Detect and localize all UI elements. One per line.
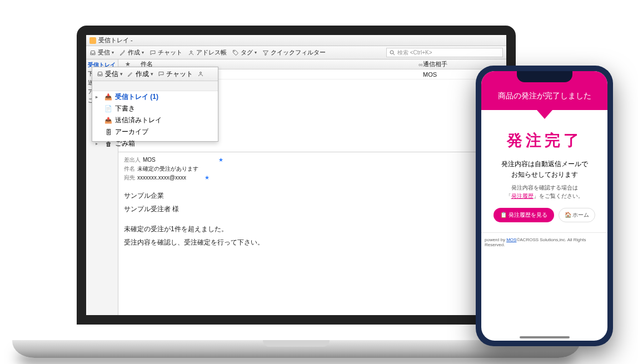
receive-label: 受信 xyxy=(98,48,110,57)
inbox-icon xyxy=(97,71,103,77)
compose-button[interactable]: 作成▾ xyxy=(127,69,153,79)
account-row[interactable] xyxy=(92,81,218,91)
message-from: MOS xyxy=(143,157,156,163)
tree-expand-icon[interactable]: ▸ xyxy=(96,141,98,146)
tree-expand-icon[interactable]: ▸ xyxy=(96,94,98,99)
receive-button[interactable]: 受信▾ xyxy=(97,69,123,79)
chat-icon xyxy=(158,71,165,77)
footer-prefix: powerd by xyxy=(485,237,506,242)
phone-buttons: 📋 発注履歴を見る 🏠 ホーム xyxy=(488,208,601,222)
chevron-down-icon: ▾ xyxy=(142,50,144,55)
message-body: サンプル企業 サンプル受注者 様 未確定の受注が1件を超えました。 受注内容を確… xyxy=(124,189,501,249)
view-order-history-button[interactable]: 📋 発注履歴を見る xyxy=(494,208,554,222)
folder-overlay-panel: 受信▾ 作成▾ チャット ▸📥受信トレイ (1) 📄下書き 📤送信済みトレイ 🗄… xyxy=(92,67,218,142)
quickfilter-button[interactable]: クイックフィルター xyxy=(262,48,326,57)
svg-point-3 xyxy=(200,72,202,74)
folder-archive[interactable]: 🗄アーカイブ xyxy=(92,126,218,138)
tag-label: タグ xyxy=(241,48,253,57)
folder-label: 下書き xyxy=(115,104,135,113)
folder-inbox[interactable]: ▸📥受信トレイ (1) xyxy=(92,91,218,103)
phone-sub-suffix: 」をご覧ください。 xyxy=(534,193,584,199)
overlay-folder-list: ▸📥受信トレイ (1) 📄下書き 📤送信済みトレイ 🗄アーカイブ ▸🗑ごみ箱 xyxy=(92,91,218,149)
star-icon[interactable]: ★ xyxy=(218,157,223,163)
chevron-down-icon: ▾ xyxy=(255,50,257,55)
receive-label: 受信 xyxy=(105,69,118,79)
star-icon[interactable]: ★ xyxy=(205,174,210,181)
phone-screen: 商品の発注が完了しました 発注完了 発注内容は自動返信メールで お知らせしており… xyxy=(481,71,607,341)
tag-button[interactable]: タグ ▾ xyxy=(232,48,257,57)
folder-sent[interactable]: 📤送信済みトレイ xyxy=(92,114,218,126)
phone-lead: 発注内容は自動返信メールで お知らせしております xyxy=(488,159,601,180)
phone-footer: powerd by MOS©ACROSS Solutions,inc. All … xyxy=(481,232,607,252)
search-placeholder: 検索 <Ctrl+K> xyxy=(397,49,432,57)
to-label: 宛先 xyxy=(124,174,135,181)
folder-trash[interactable]: ▸🗑ごみ箱 xyxy=(92,138,218,149)
message-to: xxxxxxx.xxxx@xxxx xyxy=(137,174,186,181)
home-button[interactable]: 🏠 ホーム xyxy=(559,208,596,222)
pencil-icon xyxy=(119,49,126,56)
message-subject: 未確定の受注があります xyxy=(137,166,198,172)
chevron-down-icon: ▾ xyxy=(120,71,123,77)
person-icon xyxy=(197,71,204,77)
main-toolbar: 受信 ▾ 作成 ▾ チャット アドレス帳 タグ xyxy=(86,46,506,59)
filter-icon xyxy=(262,49,269,56)
svg-point-0 xyxy=(191,51,192,52)
home-indicator[interactable] xyxy=(520,336,570,338)
from-label: 差出人 xyxy=(124,157,141,163)
folder-drafts[interactable]: 📄下書き xyxy=(92,103,218,114)
addressbook-button[interactable]: アドレス帳 xyxy=(188,48,227,57)
receive-button[interactable]: 受信 ▾ xyxy=(89,48,114,57)
body-line: 未確定の受注が1件を超えました。 xyxy=(124,222,501,236)
chat-button[interactable]: チャット xyxy=(149,48,182,57)
window-titlebar: 受信トレイ - xyxy=(86,35,506,46)
search-input[interactable]: 検索 <Ctrl+K> xyxy=(386,48,503,57)
folder-label: 受信トレイ (1) xyxy=(115,92,158,102)
compose-label: 作成 xyxy=(136,69,149,79)
phone-banner-text: 商品の発注が完了しました xyxy=(498,91,591,100)
trash-icon: 🗑 xyxy=(104,140,112,148)
phone-lead-line: お知らせしております xyxy=(511,171,578,178)
body-line: サンプル企業 xyxy=(124,189,501,202)
footer-brand-link[interactable]: MOS xyxy=(506,237,516,242)
search-icon xyxy=(389,49,396,56)
phone-device: 商品の発注が完了しました 発注完了 発注内容は自動返信メールで お知らせしており… xyxy=(476,66,613,346)
laptop-notch xyxy=(263,340,330,347)
addressbook-button[interactable] xyxy=(197,71,204,77)
svg-point-1 xyxy=(234,51,235,52)
inbox-icon: 📥 xyxy=(104,93,112,101)
body-line: サンプル受注者 様 xyxy=(124,202,501,216)
subject-label: 件名 xyxy=(124,166,135,172)
addressbook-label: アドレス帳 xyxy=(196,48,227,57)
phone-subtext: 発注内容を確認する場合は 「発注履歴」をご覧ください。 xyxy=(488,183,601,200)
chevron-down-icon: ▾ xyxy=(112,50,114,55)
tag-icon xyxy=(232,49,239,56)
phone-lead-line: 発注内容は自動返信メールで xyxy=(501,160,588,168)
svg-point-2 xyxy=(390,51,393,54)
pencil-icon xyxy=(127,71,134,77)
phone-sub-line: 発注内容を確認する場合は xyxy=(511,185,578,191)
app-icon xyxy=(89,37,96,44)
phone-content: 発注完了 発注内容は自動返信メールで お知らせしております 発注内容を確認する場… xyxy=(481,119,607,232)
message-meta: 差出人MOS ★ 件名未確定の受注があります 宛先xxxxxxx.xxxx@xx… xyxy=(124,156,501,182)
drafts-icon: 📄 xyxy=(104,105,112,113)
home-button-label: ホーム xyxy=(572,212,589,218)
inbox-icon xyxy=(89,49,96,56)
quickfilter-label: クイックフィルター xyxy=(271,48,326,57)
banner-triangle xyxy=(537,110,552,119)
sent-icon: 📤 xyxy=(104,117,112,124)
chat-label: チャット xyxy=(166,69,193,79)
phone-notch xyxy=(517,71,572,82)
window-title: 受信トレイ - xyxy=(98,36,133,44)
folder-label: ごみ箱 xyxy=(115,139,135,148)
folder-label: アーカイブ xyxy=(115,127,148,137)
compose-label: 作成 xyxy=(128,48,140,57)
compose-button[interactable]: 作成 ▾ xyxy=(119,48,144,57)
body-line: 受注内容を確認し、受注確定を行って下さい。 xyxy=(124,236,501,249)
person-icon xyxy=(188,49,195,56)
folder-label: 送信済みトレイ xyxy=(115,116,162,125)
overlay-toolbar: 受信▾ 作成▾ チャット xyxy=(92,67,218,81)
message-preview-pane: 差出人MOS ★ 件名未確定の受注があります 宛先xxxxxxx.xxxx@xx… xyxy=(118,152,506,315)
chat-label: チャット xyxy=(158,48,182,57)
order-history-link[interactable]: 発注履歴 xyxy=(511,193,534,199)
chat-button[interactable]: チャット xyxy=(158,69,193,79)
